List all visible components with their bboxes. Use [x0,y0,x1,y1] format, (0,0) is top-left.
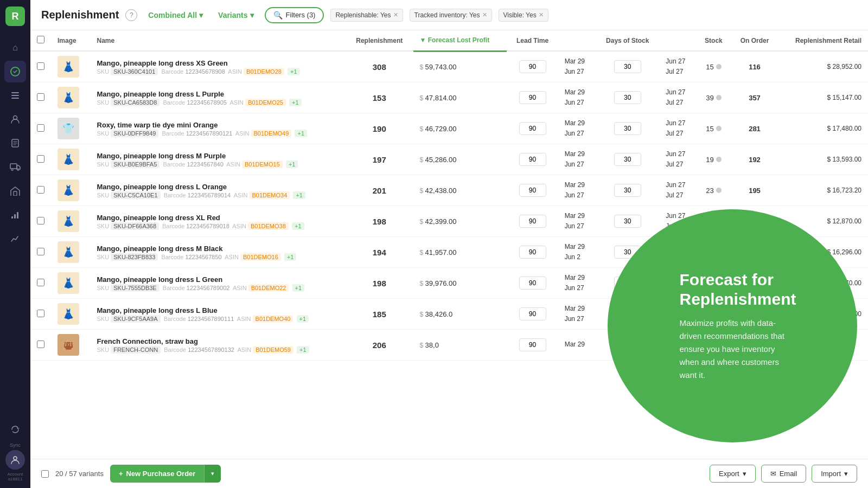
row-dates1: Mar 29 Jun 27 [558,268,596,299]
email-button[interactable]: ✉ Email [761,465,807,483]
row-checkbox-5[interactable] [37,186,44,194]
stock-number: 39 [706,94,713,102]
row-checkbox-1[interactable] [37,62,44,70]
page-title: Replenishment [41,9,119,21]
product-meta: SKU SKU-360C4101 Barcode 122345678908 AS… [97,68,339,75]
row-checkbox-4[interactable] [37,155,44,163]
lead-time-input[interactable] [519,246,546,259]
lead-time-input[interactable] [519,153,546,166]
row-lead-time [507,113,558,144]
lead-time-input[interactable] [519,91,546,104]
row-name-cell: Mango, pineapple long dress XL Red SKU S… [91,206,346,237]
product-name: French Connection, straw bag [97,337,339,345]
lead-time-input[interactable] [519,215,546,228]
sidebar-item-users[interactable] [4,108,26,130]
combined-all-dropdown[interactable]: Combined All ▾ [144,9,207,22]
filter-replenishable-close[interactable]: ✕ [393,11,398,18]
footer-checkbox[interactable] [41,470,49,478]
row-dates2: Jun 27 Jul 27 [659,144,696,175]
sidebar-item-list[interactable] [4,85,26,106]
select-all-checkbox[interactable] [37,36,44,43]
variants-dropdown[interactable]: Variants ▾ [214,9,258,22]
row-forecast-lost-profit: $ 47,814.00 [413,82,507,113]
header: Replenishment ? Combined All ▾ Variants … [30,0,868,30]
product-meta: SKU SKU-0DFF9849 Barcode 12234567890121 … [97,130,339,137]
th-forecast-lost-profit[interactable]: ▼ Forecast Lost Profit [413,30,507,51]
lead-time-input[interactable] [519,122,546,135]
th-replenishment: Replenishment [346,30,413,51]
product-image: 👗 [58,87,79,108]
product-meta: SKU SKU-823FB833 Barcode 12234567850 ASI… [97,254,339,260]
sidebar-item-reports[interactable] [4,204,26,226]
import-button[interactable]: Import ▾ [812,465,857,483]
th-select-all[interactable] [30,30,51,51]
row-checkbox-10[interactable] [37,341,44,348]
row-days-of-stock [596,113,659,144]
row-forecast-lost-profit: $ 59,743.00 [413,51,507,82]
email-label: Email [780,470,797,478]
help-icon[interactable]: ? [125,9,137,21]
sidebar-item-replenishment[interactable] [4,61,26,82]
row-checkbox-7[interactable] [37,248,44,255]
variants-label: Variants [218,11,247,20]
row-stock: 23 [696,175,731,206]
lead-time-input[interactable] [519,60,546,73]
row-checkbox-2[interactable] [37,93,44,101]
variant-count: 20 / 57 variants [55,470,104,478]
days-of-stock-input[interactable] [614,122,641,135]
new-purchase-order-button[interactable]: + New Purchase Order [110,465,204,483]
row-dates1: Mar 29 [558,330,596,361]
stock-number: 23 [706,187,713,195]
th-dates2 [659,30,696,51]
product-name: Mango, pineapple long dress L Green [97,275,339,284]
row-replenishment: 198 [346,268,413,299]
row-dates1: Mar 29 Jun 27 [558,206,596,237]
lead-time-input[interactable] [519,307,546,320]
filters-button[interactable]: 🔍 Filters (3) [265,7,324,23]
new-purchase-order-dropdown[interactable]: ▾ [204,465,221,483]
days-of-stock-input[interactable] [614,91,641,104]
sidebar-logo[interactable]: R [5,7,25,26]
product-image: 👗 [58,272,79,294]
row-checkbox-cell [30,51,51,82]
sidebar-item-analytics[interactable] [4,228,26,249]
row-checkbox-6[interactable] [37,217,44,224]
th-stock: Stock [696,30,731,51]
overlay-description: Maximize profits with data-driven recomm… [679,317,796,382]
svg-rect-12 [17,212,18,219]
svg-rect-9 [14,191,17,196]
product-name: Mango, pineapple long dress M Purple [97,152,339,160]
filter-replenishable[interactable]: Replenishable: Yes ✕ [330,9,403,22]
row-replenishment: 194 [346,237,413,268]
th-lead-time: Lead Time [507,30,558,51]
sidebar-item-warehouse[interactable] [4,180,26,202]
filter-tracked-close[interactable]: ✕ [482,11,487,18]
row-checkbox-9[interactable] [37,310,44,317]
variants-arrow: ▾ [250,11,254,20]
row-dates1: Mar 29 Jun 27 [558,51,596,82]
days-of-stock-input[interactable] [614,60,641,73]
export-button[interactable]: Export ▾ [710,465,756,483]
sidebar-item-home[interactable]: ⌂ [4,37,26,59]
days-of-stock-input[interactable] [614,215,641,228]
lead-time-input[interactable] [519,338,546,351]
filter-tracked-inventory[interactable]: Tracked inventory: Yes ✕ [410,9,492,22]
lead-time-input[interactable] [519,277,546,290]
row-checkbox-3[interactable] [37,124,44,132]
avatar[interactable] [5,450,25,470]
svg-rect-11 [14,214,16,219]
filter-visible[interactable]: Visible: Yes ✕ [499,9,548,22]
import-label: Import [821,470,841,478]
sidebar-item-orders[interactable] [4,132,26,154]
days-of-stock-input[interactable] [614,153,641,166]
days-of-stock-input[interactable] [614,184,641,197]
product-meta: SKU SKU-9CF5AA9A Barcode 12234567890111 … [97,316,339,322]
row-name-cell: Mango, pineapple long dress L Blue SKU S… [91,299,346,330]
sidebar-item-sync[interactable] [4,419,26,440]
sidebar-item-shipping[interactable] [4,156,26,178]
lead-time-input[interactable] [519,184,546,197]
row-checkbox-8[interactable] [37,279,44,286]
filter-visible-close[interactable]: ✕ [539,11,544,18]
product-meta: SKU SKU-CA6583D8 Barcode 122345678905 AS… [97,99,339,106]
row-name-cell: Mango, pineapple long dress L Green SKU … [91,268,346,299]
